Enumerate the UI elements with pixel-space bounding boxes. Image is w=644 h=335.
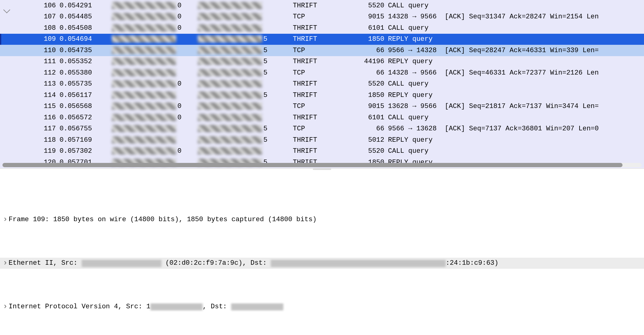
cell-destination: 5 (198, 91, 284, 99)
cell-no: 115 (14, 102, 60, 110)
cell-length: 9015 (339, 102, 388, 110)
cell-time: 0.056568 (60, 102, 112, 110)
cell-source: 0 (112, 80, 198, 88)
cell-length: 9015 (339, 13, 388, 21)
packet-row[interactable]: 1180.0571695THRIFT5012REPLY query (0, 134, 644, 146)
caret-icon[interactable] (2, 301, 9, 313)
cell-protocol: THRIFT (284, 58, 339, 65)
cell-length: 5520 (339, 147, 388, 155)
cell-length: 66 (339, 47, 388, 54)
cell-destination (198, 80, 284, 88)
cell-length: 5520 (339, 80, 388, 88)
ethernet-row[interactable]: Ethernet II, Src: (02:d0:2c:f9:7a:9c), D… (0, 258, 644, 269)
packet-row[interactable]: 1160.0565720THRIFT6101CALL query (0, 112, 644, 123)
redacted-source (112, 136, 176, 144)
redacted-source (112, 147, 176, 155)
frame-summary-row[interactable]: Frame 109: 1850 bytes on wire (14800 bit… (0, 214, 644, 225)
packet-list-pane[interactable]: 1060.0542910THRIFT5520CALL query1070.054… (0, 0, 644, 169)
cell-time: 0.055735 (60, 80, 112, 88)
cell-source: 0 (112, 102, 198, 110)
packet-list[interactable]: 1060.0542910THRIFT5520CALL query1070.054… (0, 0, 644, 168)
redacted-destination (198, 2, 262, 9)
pane-divider-handle[interactable] (313, 168, 331, 170)
cell-destination: 5 (198, 58, 284, 65)
cell-info: REPLY query (388, 58, 644, 65)
packet-row[interactable]: 1100.0547355TCP669566 → 14328 [ACK] Seq=… (0, 45, 644, 56)
cell-no: 107 (14, 13, 60, 21)
cell-info: 9566 → 13628 [ACK] Seq=7137 Ack=36801 Wi… (388, 125, 644, 133)
cell-no: 108 (14, 24, 60, 32)
ip-mid: , Dst: (203, 301, 231, 312)
cell-length: 44196 (339, 58, 388, 65)
redacted-source (112, 125, 176, 132)
cell-destination: 5 (198, 69, 284, 77)
caret-icon[interactable] (2, 214, 9, 225)
cell-source (112, 136, 198, 144)
source-tail: 0 (177, 114, 184, 121)
cell-protocol: THRIFT (284, 91, 339, 99)
redacted-destination (198, 47, 262, 54)
ip-row[interactable]: Internet Protocol Version 4, Src: 1 , Ds… (0, 301, 644, 312)
cell-destination (198, 147, 284, 155)
cell-length: 6101 (339, 24, 388, 32)
cell-protocol: THRIFT (284, 2, 339, 10)
destination-tail: 5 (263, 91, 270, 99)
redacted-source (112, 91, 176, 99)
packet-row[interactable]: 1110.0553525THRIFT44196REPLY query (0, 56, 644, 67)
cell-destination: 5 (198, 47, 284, 54)
caret-icon[interactable] (2, 258, 9, 269)
scrollbar-thumb[interactable] (2, 163, 623, 167)
cell-destination (198, 2, 284, 10)
cell-length: 5520 (339, 2, 388, 10)
packet-row[interactable]: 1170.0567555TCP669566 → 13628 [ACK] Seq=… (0, 123, 644, 135)
cell-source (112, 58, 198, 65)
redacted-destination (198, 13, 262, 20)
cell-destination (198, 114, 284, 121)
redacted-dst-ip (231, 303, 283, 310)
ethernet-mid: (02:d0:2c:f9:7a:9c), Dst: (161, 258, 271, 269)
packet-row[interactable]: 1150.0565680TCP901513628 → 9566 [ACK] Se… (0, 101, 644, 112)
redacted-destination (198, 58, 262, 65)
cell-source: 0 (112, 2, 198, 10)
packet-row[interactable]: 1080.0545080THRIFT6101CALL query (0, 22, 644, 34)
redacted-destination (198, 147, 262, 155)
ethernet-prefix: Ethernet II, Src: (9, 258, 82, 269)
cell-destination: 5 (198, 35, 284, 43)
cell-no: 106 (14, 2, 60, 10)
redacted-destination (198, 136, 262, 144)
cell-no: 116 (14, 114, 60, 121)
horizontal-scrollbar[interactable] (2, 163, 642, 167)
redacted-source (112, 69, 176, 76)
packet-details-pane[interactable]: Frame 109: 1850 bytes on wire (14800 bit… (0, 169, 644, 335)
cell-no: 113 (14, 80, 60, 88)
cell-info: 14328 → 9566 [ACK] Seq=31347 Ack=28247 W… (388, 13, 644, 21)
ip-prefix: Internet Protocol Version 4, Src: 1 (9, 301, 150, 312)
cell-no: 110 (14, 47, 60, 54)
cell-no: 112 (14, 69, 60, 77)
cell-source (112, 69, 198, 77)
frame-summary-text: Frame 109: 1850 bytes on wire (14800 bit… (9, 214, 316, 225)
cell-info: CALL query (388, 2, 644, 10)
source-tail: 0 (177, 102, 184, 110)
packet-row[interactable]: 1070.0544850TCP901514328 → 9566 [ACK] Se… (0, 11, 644, 23)
cell-time: 0.057169 (60, 136, 112, 144)
source-tail: 0 (177, 2, 184, 10)
cell-time: 0.056572 (60, 114, 112, 121)
redacted-destination (198, 102, 262, 110)
redacted-destination (198, 35, 262, 43)
packet-row[interactable]: 1140.0561175THRIFT1850REPLY query (0, 90, 644, 101)
source-tail: 0 (177, 80, 184, 88)
cell-time: 0.054485 (60, 13, 112, 21)
packet-row[interactable]: 1120.0553805TCP6614328 → 9566 [ACK] Seq=… (0, 67, 644, 79)
cell-destination: 5 (198, 125, 284, 133)
redacted-source (112, 13, 176, 20)
cell-time: 0.054508 (60, 24, 112, 32)
packet-row[interactable]: 1190.0573020THRIFT5520CALL query (0, 146, 644, 157)
redacted-source (112, 35, 176, 43)
cell-length: 66 (339, 69, 388, 77)
packet-row[interactable]: 1060.0542910THRIFT5520CALL query (0, 0, 644, 11)
packet-row[interactable]: 1130.0557350THRIFT5520CALL query (0, 79, 644, 90)
packet-row[interactable]: 1090.0546945THRIFT1850REPLY query (0, 34, 644, 45)
cell-time: 0.057302 (60, 147, 112, 155)
cell-protocol: TCP (284, 125, 339, 133)
